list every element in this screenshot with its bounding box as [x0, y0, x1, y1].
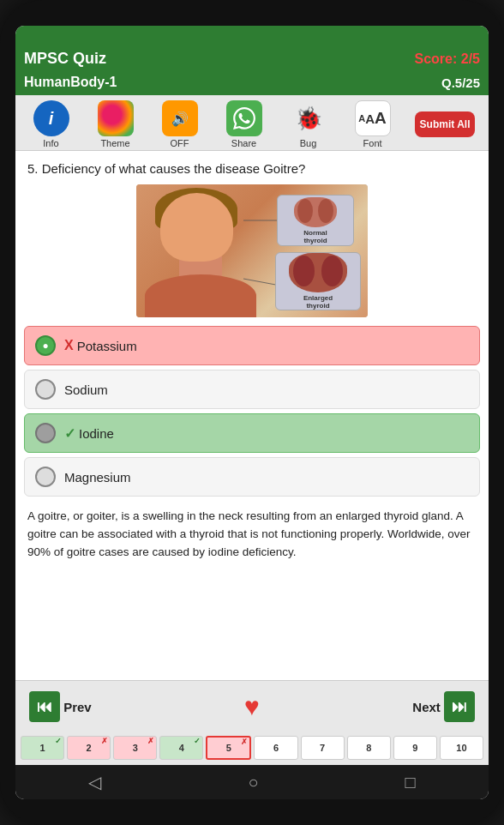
tracker-q6[interactable]: 6: [254, 736, 297, 760]
info-label: Info: [43, 138, 58, 148]
tracker-num-6: 6: [273, 743, 279, 753]
quiz-name: HumanBody-1: [24, 75, 117, 90]
question-image: Normalthyroid Enlargedthyroid: [136, 184, 368, 317]
tracker-num-9: 9: [412, 743, 417, 753]
recent-icon[interactable]: □: [405, 773, 415, 792]
option-a[interactable]: ● X Potassium: [24, 326, 480, 365]
tracker-num-3: 3: [133, 743, 138, 753]
option-a-text: Potassium: [77, 339, 137, 353]
tracker-num-8: 8: [366, 743, 371, 753]
first-icon: ⏮: [29, 691, 60, 722]
subheader: HumanBody-1 Q.5/25: [15, 73, 489, 95]
sound-icon: 🔊: [162, 100, 198, 136]
share-label: Share: [231, 138, 256, 148]
submit-icon: Submit All: [415, 111, 476, 137]
radio-c: [35, 423, 56, 443]
tracker-mark-3: ✗: [147, 737, 154, 745]
tracker-mark-4: ✓: [194, 737, 201, 745]
option-c-text: Iodine: [79, 426, 114, 441]
option-d-text: Magnesium: [64, 470, 131, 485]
normal-label: Normalthyroid: [303, 229, 327, 244]
radio-d: [35, 467, 56, 487]
share-icon: [226, 100, 262, 136]
tracker-q2[interactable]: 2 ✗: [67, 736, 111, 760]
tracker-q3[interactable]: 3 ✗: [113, 736, 157, 760]
tracker-q8[interactable]: 8: [347, 736, 391, 760]
next-button[interactable]: Next ⏭: [407, 688, 480, 726]
toolbar-info[interactable]: i Info: [29, 100, 74, 148]
tracker-num-2: 2: [87, 743, 92, 753]
tracker-num-10: 10: [456, 743, 466, 753]
next-label: Next: [412, 700, 441, 714]
header: MPSC Quiz Score: 2/5: [15, 46, 489, 73]
bug-icon: 🐞: [291, 100, 327, 136]
tracker-q7[interactable]: 7: [301, 736, 345, 760]
info-icon: i: [33, 100, 69, 136]
enlarged-thyroid-shape: [289, 253, 347, 292]
tracker-q5[interactable]: 5 ✗: [206, 736, 251, 760]
prev-button[interactable]: ⏮ Prev: [24, 688, 97, 726]
toolbar-font[interactable]: AAA Font: [351, 100, 395, 148]
content-area: 5. Deficiency of what causes the disease…: [15, 151, 489, 680]
tracker-num-7: 7: [320, 743, 325, 753]
toolbar-share[interactable]: Share: [222, 100, 267, 148]
last-icon: ⏭: [444, 691, 475, 722]
option-a-marker: X: [64, 338, 74, 353]
radio-b: [35, 379, 56, 400]
option-b[interactable]: Sodium: [24, 370, 480, 409]
question-counter: Q.5/25: [441, 75, 480, 90]
off-label: OFF: [171, 138, 189, 148]
home-icon[interactable]: ○: [248, 773, 258, 792]
tracker-num-1: 1: [39, 743, 45, 753]
back-icon[interactable]: ◁: [88, 772, 101, 792]
font-icon: AAA: [355, 100, 391, 136]
tracker-q4[interactable]: 4 ✓: [159, 736, 203, 760]
bottom-nav: ◁ ○ □: [15, 765, 489, 799]
explanation-text: A goitre, or goiter, is a swelling in th…: [24, 501, 480, 569]
tracker-mark-1: ✓: [55, 737, 62, 745]
navigation-bar: ⏮ Prev ♥ Next ⏭: [15, 680, 489, 732]
toolbar-off[interactable]: 🔊 OFF: [158, 100, 202, 148]
device-frame: MPSC Quiz Score: 2/5 HumanBody-1 Q.5/25 …: [0, 0, 504, 825]
tracker-q9[interactable]: 9: [393, 736, 437, 760]
normal-thyroid-shape: [294, 197, 337, 227]
bug-label: Bug: [300, 138, 317, 148]
tracker-q10[interactable]: 10: [440, 736, 483, 760]
status-bar: [15, 26, 489, 46]
radio-a: ●: [35, 335, 56, 356]
question-text: 5. Deficiency of what causes the disease…: [24, 151, 480, 184]
app-title: MPSC Quiz: [24, 50, 106, 68]
toolbar: i Info Theme 🔊 OFF Share: [15, 95, 489, 151]
tracker-num-4: 4: [179, 743, 184, 753]
option-c-marker: ✓: [64, 425, 75, 442]
favorite-button[interactable]: ♥: [233, 688, 271, 726]
enlarged-label: Enlargedthyroid: [303, 294, 333, 310]
toolbar-theme[interactable]: Theme: [93, 100, 138, 148]
tracker-q1[interactable]: 1 ✓: [21, 736, 64, 760]
theme-icon: [98, 100, 134, 136]
normal-thyroid-box: Normalthyroid: [277, 195, 354, 246]
option-b-text: Sodium: [64, 382, 108, 397]
option-d[interactable]: Magnesium: [24, 457, 480, 497]
tracker-num-5: 5: [226, 743, 231, 753]
question-tracker: 1 ✓ 2 ✗ 3 ✗ 4 ✓ 5 ✗ 6 7: [15, 732, 489, 765]
theme-label: Theme: [100, 138, 129, 148]
score-display: Score: 2/5: [415, 51, 480, 67]
screen: MPSC Quiz Score: 2/5 HumanBody-1 Q.5/25 …: [15, 26, 489, 799]
tracker-mark-2: ✗: [101, 737, 108, 745]
tracker-mark-5: ✗: [241, 738, 248, 746]
toolbar-bug[interactable]: 🐞 Bug: [286, 100, 331, 148]
font-label: Font: [363, 138, 382, 148]
option-c[interactable]: ✓ Iodine: [24, 413, 480, 453]
image-placeholder: Normalthyroid Enlargedthyroid: [136, 184, 368, 317]
toolbar-submit[interactable]: Submit All: [415, 111, 476, 137]
prev-label: Prev: [63, 700, 92, 714]
enlarged-thyroid-box: Enlargedthyroid: [275, 252, 361, 310]
